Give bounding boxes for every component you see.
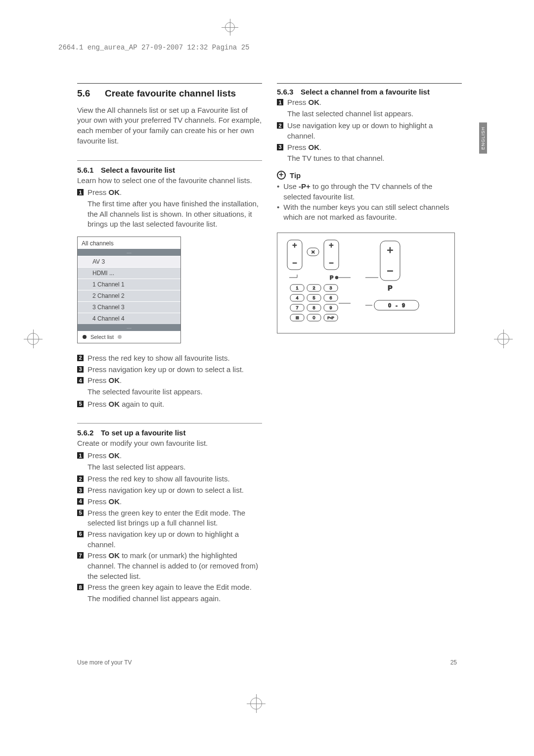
- registration-mark: [27, 333, 39, 345]
- subsection-intro: Create or modify your own favourite list…: [77, 438, 262, 449]
- svg-text:6: 6: [329, 295, 332, 300]
- step-item: 1 Press OK.: [77, 188, 262, 198]
- step-result: The TV tunes to that channel.: [287, 153, 462, 164]
- step-item: 7Press OK to mark (or unmark) the highli…: [77, 551, 262, 581]
- svg-text:+: +: [292, 241, 297, 249]
- svg-text:−: −: [329, 259, 333, 267]
- subsection-heading: 5.6.2To set up a favourite list: [77, 428, 262, 437]
- svg-text:8: 8: [312, 305, 315, 310]
- step-item: 2Press the red key to show all favourite…: [77, 474, 262, 484]
- step-item: 3Press OK.: [277, 142, 462, 153]
- step-item: 5Press the green key to enter the Edit m…: [77, 508, 262, 528]
- step-item: 1Press OK.: [277, 97, 462, 108]
- remote-right-svg: + − P 0 - 9: [365, 239, 440, 323]
- channel-list-illustration: All channels .... AV 3 HDMI ... 1 Channe…: [77, 236, 181, 343]
- language-tab: ENGLISH: [479, 123, 487, 154]
- svg-text:5: 5: [312, 295, 315, 300]
- tip-icon: [277, 171, 286, 180]
- svg-text:P: P: [388, 284, 392, 292]
- step-item: 4Press OK.: [77, 376, 262, 386]
- svg-text:✕: ✕: [311, 249, 315, 255]
- svg-text:7: 7: [296, 305, 298, 310]
- svg-text:⊞: ⊞: [296, 316, 299, 320]
- red-dot-icon: [83, 335, 87, 339]
- svg-text:2: 2: [312, 285, 315, 290]
- svg-text:3: 3: [329, 285, 332, 290]
- svg-text:1: 1: [296, 285, 298, 290]
- section-heading: 5.6 Create favourite channel lists: [77, 88, 262, 99]
- step-item: 5Press OK again to quit.: [77, 399, 262, 410]
- step-item: 4Press OK.: [77, 497, 262, 507]
- svg-text:0: 0: [312, 315, 315, 320]
- subsection-heading: 5.6.3Select a channel from a favourite l…: [277, 88, 462, 96]
- subsection-intro: Learn how to select one of the favourite…: [77, 176, 262, 186]
- tip-bullet: With the number keys you can still selec…: [277, 202, 462, 223]
- svg-text:P<P: P<P: [327, 316, 334, 320]
- step-item: 1Press OK.: [77, 451, 262, 461]
- svg-text:4: 4: [296, 295, 298, 300]
- section-intro: View the All channels list or set up a F…: [77, 105, 262, 146]
- svg-point-9: [335, 276, 338, 279]
- svg-text:+: +: [387, 244, 394, 256]
- svg-text:−: −: [387, 265, 394, 277]
- step-result: The last selected list appears.: [88, 462, 262, 472]
- remote-left-svg: + − ✕ + − P 1 2 3 4 5 6 7: [286, 239, 351, 323]
- tip-bullet: Use -P+ to go through the TV channels of…: [277, 182, 462, 202]
- step-result: The last selected channel list appears.: [287, 109, 462, 119]
- tip-label: Tip: [290, 171, 301, 180]
- step-result: The first time after you have finished t…: [88, 199, 262, 230]
- step-item: 8Press the green key again to leave the …: [77, 582, 262, 593]
- subsection-heading: 5.6.1Select a favourite list: [77, 166, 262, 174]
- green-dot-icon: [118, 335, 122, 339]
- print-header: 2664.1 eng_aurea_AP 27-09-2007 12:32 Pag…: [58, 44, 249, 51]
- remote-illustration: + − ✕ + − P 1 2 3 4 5 6 7: [277, 233, 455, 333]
- step-item: 2Use navigation key up or down to highli…: [277, 121, 462, 141]
- svg-text:−: −: [292, 259, 297, 267]
- registration-mark: [250, 698, 262, 709]
- step-result: The modified channel list appears again.: [88, 594, 262, 604]
- registration-mark: [225, 22, 235, 32]
- svg-text:0   -   9: 0 - 9: [388, 302, 405, 308]
- page-number: 25: [450, 659, 457, 666]
- step-result: The selected favourite list appears.: [88, 387, 262, 397]
- step-item: 2Press the red key to show all favourite…: [77, 353, 262, 364]
- registration-mark: [497, 333, 509, 345]
- svg-text:9: 9: [329, 305, 332, 310]
- step-item: 6Press navigation key up or down to high…: [77, 529, 262, 550]
- step-item: 3Press navigation key up or down to sele…: [77, 485, 262, 496]
- svg-text:P: P: [330, 275, 333, 281]
- footer-text: Use more of your TV: [77, 659, 132, 666]
- step-item: 3Press navigation key up or down to sele…: [77, 365, 262, 375]
- svg-text:+: +: [329, 241, 333, 249]
